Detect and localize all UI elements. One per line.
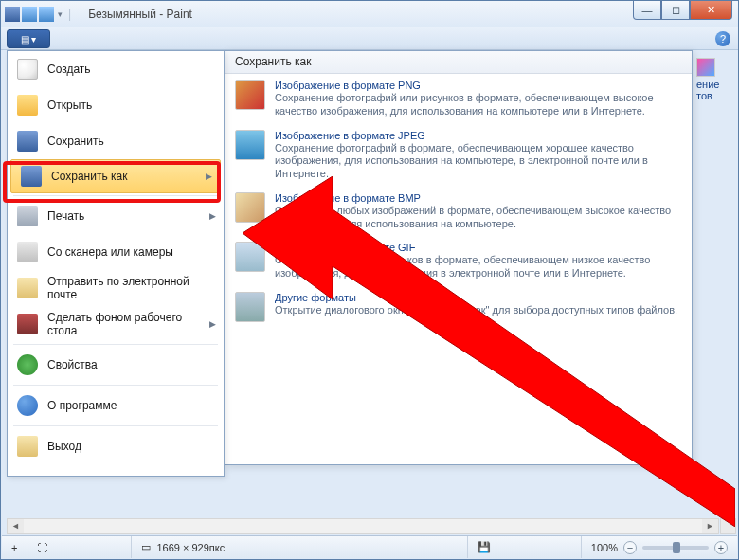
- scroll-corner: [720, 518, 736, 534]
- file-menu-icon: ▤ ▾: [21, 34, 37, 45]
- ic-print-icon: [17, 206, 38, 226]
- chevron-right-icon: ▶: [209, 211, 216, 221]
- filemenu-item-10[interactable]: Выход: [8, 428, 224, 464]
- th-gif-icon: [235, 242, 265, 272]
- zoom-text: 100%: [591, 542, 618, 553]
- th-other-icon: [235, 292, 265, 322]
- saveas-option-title: Изображение в формате GIF: [275, 242, 682, 253]
- saveas-option-desc: Сохранение любых изображений в формате, …: [275, 205, 682, 231]
- menu-separator: [13, 425, 218, 426]
- menu-separator: [13, 385, 218, 386]
- dimensions-icon: ▭: [141, 541, 151, 553]
- filemenu-item-0[interactable]: Создать: [8, 51, 224, 87]
- quick-access-toolbar: ▾: [5, 7, 63, 22]
- ic-about-icon: [17, 395, 38, 416]
- ribbon-bar: ▤ ▾ ?: [1, 27, 738, 50]
- th-bmp-icon: [235, 192, 265, 223]
- filemenu-item-label: Открыть: [47, 99, 92, 112]
- zoom-out-button[interactable]: −: [623, 541, 637, 554]
- status-zoom: 100% − +: [582, 536, 737, 558]
- filemenu-item-label: Создать: [47, 63, 91, 76]
- disk-icon: 💾: [478, 541, 491, 553]
- filemenu-item-label: Свойства: [47, 358, 98, 371]
- zoom-slider[interactable]: [642, 546, 709, 550]
- filemenu-item-label: Сохранить: [47, 135, 104, 148]
- saveas-option-0[interactable]: Изображение в формате PNGСохранение фото…: [225, 74, 692, 124]
- filemenu-item-label: Сделать фоном рабочего стола: [47, 311, 214, 337]
- filemenu-item-6[interactable]: Отправить по электронной почте: [8, 270, 224, 306]
- ic-saveas-icon: [21, 166, 42, 187]
- filemenu-item-label: Печать: [47, 209, 84, 223]
- saveas-option-desc: Сохранение простых рисунков в формате, о…: [275, 254, 682, 280]
- dimensions-text: 1669 × 929пкс: [156, 542, 225, 553]
- filemenu-item-label: Сохранить как: [51, 170, 127, 183]
- minimize-button[interactable]: —: [633, 1, 661, 20]
- status-filesize: 💾: [468, 536, 582, 558]
- menu-separator: [13, 195, 218, 196]
- filemenu-item-label: Отправить по электронной почте: [47, 275, 214, 301]
- file-menu-button[interactable]: ▤ ▾: [7, 29, 50, 48]
- color-swatch-icon[interactable]: [696, 58, 715, 77]
- close-button[interactable]: ✕: [690, 1, 732, 20]
- saveas-option-desc: Сохранение фотографий или рисунков в фор…: [275, 92, 682, 118]
- file-menu-panel: СоздатьОткрытьСохранитьСохранить как▶Печ…: [7, 50, 225, 477]
- saveas-option-4[interactable]: Другие форматыОткрытие диалогового окна …: [225, 286, 692, 328]
- ic-desk-icon: [17, 314, 38, 334]
- filemenu-item-label: О программе: [47, 399, 117, 412]
- help-button[interactable]: ?: [715, 31, 730, 46]
- qat-undo-icon[interactable]: [22, 7, 37, 22]
- app-window: ▾ | Безымянный - Paint — ◻ ✕ ▤ ▾ ? ение …: [0, 0, 739, 560]
- selection-icon: ⛶: [37, 542, 47, 553]
- ribbon-peek: ение тов: [696, 58, 729, 101]
- filemenu-item-2[interactable]: Сохранить: [8, 123, 224, 159]
- chevron-right-icon: ▶: [206, 172, 212, 181]
- saveas-option-desc: Открытие диалогового окна "Сохранить как…: [275, 304, 677, 317]
- th-jpeg-icon: [235, 130, 265, 160]
- filemenu-item-label: Выход: [47, 440, 81, 453]
- status-cursor: +: [2, 536, 27, 558]
- submenu-header: Сохранить как: [225, 51, 692, 74]
- cursor-icon: +: [11, 542, 17, 553]
- saveas-option-title: Изображение в формате PNG: [275, 80, 682, 91]
- save-as-submenu: Сохранить как Изображение в формате PNGС…: [225, 50, 693, 465]
- saveas-option-1[interactable]: Изображение в формате JPEGСохранение фот…: [225, 124, 692, 187]
- scroll-right-icon[interactable]: ►: [702, 519, 718, 533]
- ic-save-icon: [17, 131, 38, 152]
- ic-prop-icon: [17, 354, 38, 375]
- filemenu-item-7[interactable]: Сделать фоном рабочего стола▶: [8, 306, 224, 342]
- saveas-option-title: Другие форматы: [275, 292, 677, 303]
- th-png-icon: [235, 80, 265, 110]
- ic-scan-icon: [17, 242, 38, 262]
- filemenu-item-5[interactable]: Со сканера или камеры: [8, 234, 224, 270]
- qat-save-icon[interactable]: [5, 7, 20, 22]
- ic-open-icon: [17, 95, 38, 116]
- horizontal-scrollbar[interactable]: ◄ ►: [7, 518, 719, 534]
- filemenu-item-label: Со сканера или камеры: [47, 245, 173, 259]
- zoom-in-button[interactable]: +: [714, 541, 728, 554]
- filemenu-item-4[interactable]: Печать▶: [8, 198, 224, 234]
- maximize-button[interactable]: ◻: [661, 1, 690, 20]
- filemenu-item-8[interactable]: Свойства: [8, 347, 224, 383]
- filemenu-item-9[interactable]: О программе: [8, 388, 224, 424]
- status-bar: + ⛶ ▭ 1669 × 929пкс 💾 100% − +: [2, 535, 737, 558]
- status-selection: ⛶: [27, 536, 132, 558]
- filemenu-item-1[interactable]: Открыть: [8, 87, 224, 123]
- title-bar: ▾ | Безымянный - Paint — ◻ ✕: [1, 1, 738, 27]
- saveas-option-title: Изображение в формате JPEG: [275, 130, 682, 141]
- saveas-option-2[interactable]: Изображение в формате BMPСохранение любы…: [225, 187, 692, 237]
- qat-redo-icon[interactable]: [39, 7, 54, 22]
- menu-separator: [13, 344, 218, 345]
- ic-mail-icon: [17, 278, 38, 298]
- filemenu-item-3[interactable]: Сохранить как▶: [10, 159, 221, 193]
- window-title: Безымянный - Paint: [88, 8, 192, 21]
- qat-dropdown-icon[interactable]: ▾: [58, 9, 63, 19]
- saveas-option-title: Изображение в формате BMP: [275, 192, 682, 204]
- chevron-right-icon: ▶: [209, 319, 216, 329]
- window-controls: — ◻ ✕: [633, 1, 732, 20]
- ic-new-icon: [17, 59, 38, 80]
- saveas-option-desc: Сохранение фотографий в формате, обеспеч…: [275, 142, 682, 181]
- saveas-option-3[interactable]: Изображение в формате GIFСохранение прос…: [225, 236, 692, 286]
- status-dimensions: ▭ 1669 × 929пкс: [132, 536, 467, 558]
- ic-exit-icon: [17, 436, 38, 457]
- scroll-left-icon[interactable]: ◄: [8, 519, 24, 533]
